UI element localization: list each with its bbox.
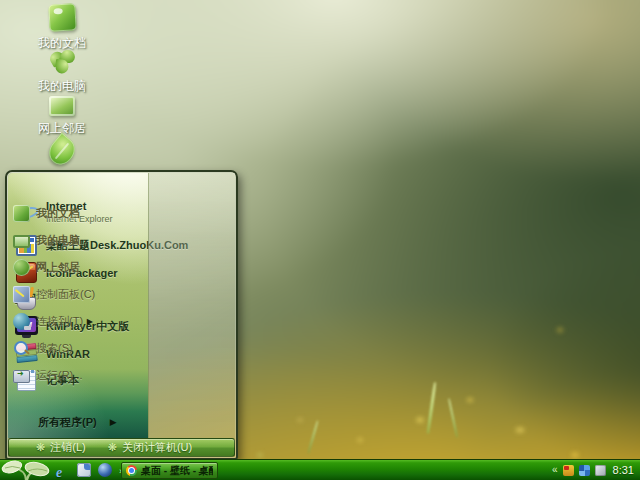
internet-explorer-icon: e — [56, 465, 62, 480]
taskbar-clock: 8:31 — [611, 464, 638, 476]
tray-volume-icon[interactable] — [595, 465, 606, 476]
menu-item-my-documents[interactable]: 我的文档 — [13, 201, 91, 225]
desktop: 我的文档 我的电脑 网上邻居 e Internet Internet Explo… — [0, 0, 640, 480]
chrome-icon — [126, 465, 137, 476]
quick-launch-internet-explorer[interactable]: e — [56, 463, 70, 477]
my-computer-icon — [13, 235, 30, 248]
desktop-icon-my-computer[interactable]: 我的电脑 — [20, 50, 104, 93]
shut-down-label: 关闭计算机(U) — [122, 440, 192, 455]
flower-icon: ❋ — [108, 442, 117, 453]
my-documents-icon — [13, 205, 30, 222]
search-icon — [13, 340, 30, 357]
start-menu-footer: ❋ 注销(L) ❋ 关闭计算机(U) — [8, 438, 235, 457]
start-menu-right-column — [148, 173, 235, 438]
start-menu: e Internet Internet Explorer 桌酷主题Desk.Zh… — [5, 170, 238, 460]
menu-item-my-computer[interactable]: 我的电脑 — [13, 228, 91, 252]
menu-item-label: 连接到(T) — [36, 314, 83, 329]
menu-item-run[interactable]: 运行(R)... — [13, 363, 91, 387]
desktop-icon-label: 我的文档 — [20, 37, 104, 50]
recycle-leaf-icon — [44, 133, 80, 170]
my-computer-icon — [49, 50, 76, 74]
tray-security-icon[interactable] — [563, 465, 574, 476]
connect-to-icon — [13, 313, 30, 330]
flower-icon: ❋ — [36, 442, 45, 453]
all-programs-label: 所有程序(P) — [38, 415, 97, 430]
menu-item-label: 我的文档 — [36, 206, 80, 221]
media-player-icon[interactable] — [98, 463, 112, 477]
shut-down-button[interactable]: ❋ 关闭计算机(U) — [108, 440, 193, 455]
desktop-icon-my-documents[interactable]: 我的文档 — [20, 4, 104, 50]
desktop-icon-recycle[interactable] — [20, 137, 104, 169]
menu-item-label: 运行(R)... — [36, 368, 82, 383]
chevron-right-icon: ▶ — [110, 417, 117, 427]
log-off-label: 注销(L) — [50, 440, 85, 455]
sprout-icon — [0, 460, 54, 480]
start-button[interactable] — [0, 460, 54, 480]
tray-collapse-chevron[interactable]: « — [552, 461, 558, 479]
menu-item-label: 控制面板(C) — [36, 287, 95, 302]
menu-item-label: 我的电脑 — [36, 233, 80, 248]
control-panel-icon — [13, 286, 30, 303]
menu-item-control-panel[interactable]: 控制面板(C) — [13, 282, 91, 306]
menu-item-search[interactable]: 搜索(S) — [13, 336, 91, 360]
quick-launch-bar: e » — [56, 460, 124, 480]
chevron-right-icon: ▶ — [87, 317, 93, 326]
taskbar: e » 桌面 - 壁纸 - 桌酷... « 8:31 — [0, 459, 640, 480]
tray-messenger-icon[interactable] — [579, 465, 590, 476]
task-button-label: 桌面 - 壁纸 - 桌酷... — [141, 464, 213, 478]
log-off-button[interactable]: ❋ 注销(L) — [36, 440, 86, 455]
menu-item-network-places[interactable]: 网上邻居 — [13, 255, 91, 279]
system-tray: « 8:31 — [552, 460, 638, 480]
show-desktop-icon[interactable] — [77, 463, 91, 477]
network-places-icon — [49, 96, 75, 116]
desktop-icon-label: 我的电脑 — [20, 80, 104, 93]
all-programs-button[interactable]: 所有程序(P) ▶ — [8, 409, 148, 435]
taskbar-task-button[interactable]: 桌面 - 壁纸 - 桌酷... — [121, 462, 218, 479]
menu-item-label: 网上邻居 — [36, 260, 80, 275]
run-icon — [13, 370, 30, 383]
desktop-icon-network-places[interactable]: 网上邻居 — [20, 96, 104, 135]
network-places-icon — [13, 259, 30, 276]
menu-item-label: 搜索(S) — [36, 341, 73, 356]
my-documents-icon — [48, 3, 76, 31]
menu-item-connect-to[interactable]: 连接到(T) ▶ — [13, 309, 91, 333]
